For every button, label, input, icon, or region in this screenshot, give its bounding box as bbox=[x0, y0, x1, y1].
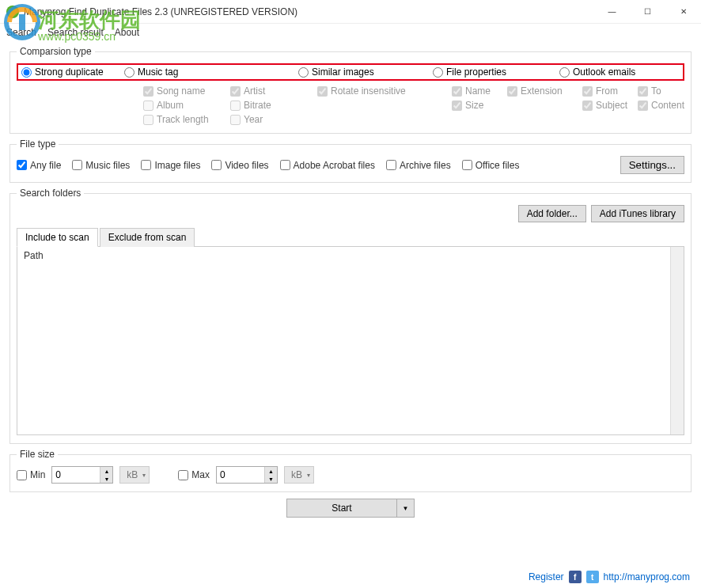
max-unit-select[interactable]: kB ▾ bbox=[284, 466, 314, 484]
max-value-input[interactable] bbox=[217, 468, 264, 482]
radio-outlook-emails-input[interactable] bbox=[559, 67, 570, 78]
chk-rotate-insensitive: Rotate insensitive bbox=[317, 85, 452, 97]
chk-name: Name bbox=[452, 85, 507, 97]
chk-artist: Artist bbox=[230, 85, 317, 97]
chk-subject: Subject bbox=[582, 100, 638, 111]
search-folders-group: Search folders Add folder... Add iTunes … bbox=[9, 188, 692, 444]
chk-to: To bbox=[638, 85, 684, 97]
chevron-down-icon: ▾ bbox=[307, 472, 310, 479]
titlebar: Manyprog Find Duplicate Files 2.3 (UNREG… bbox=[0, 0, 701, 24]
close-button[interactable]: ✕ bbox=[665, 0, 701, 24]
path-column-header: Path bbox=[17, 247, 684, 264]
chk-album: Album bbox=[143, 100, 230, 111]
filetype-legend: File type bbox=[17, 138, 59, 150]
chevron-down-icon: ▾ bbox=[142, 472, 146, 479]
chk-music-files[interactable]: Music files bbox=[72, 160, 130, 171]
add-folder-button[interactable]: Add folder... bbox=[518, 205, 586, 222]
min-spinner[interactable]: ▲▼ bbox=[51, 466, 113, 484]
chk-size: Size bbox=[452, 100, 507, 111]
facebook-icon[interactable]: f bbox=[569, 571, 582, 583]
chk-video-files[interactable]: Video files bbox=[211, 160, 268, 171]
folders-legend: Search folders bbox=[17, 188, 84, 199]
radio-similar-images[interactable]: Similar images bbox=[298, 66, 433, 78]
file-type-group: File type Any file Music files Image fil… bbox=[9, 138, 692, 183]
tab-exclude-from-scan[interactable]: Exclude from scan bbox=[100, 228, 195, 247]
minimize-button[interactable]: — bbox=[594, 0, 630, 24]
chk-song-name: Song name bbox=[143, 85, 230, 97]
start-button[interactable]: Start bbox=[286, 499, 397, 518]
max-up-icon[interactable]: ▲ bbox=[265, 467, 277, 475]
chk-image-files[interactable]: Image files bbox=[141, 160, 200, 171]
file-size-group: File size Min ▲▼ kB ▾ Max ▲▼ kB ▾ bbox=[9, 449, 692, 492]
chk-archive-files[interactable]: Archive files bbox=[386, 160, 451, 171]
min-value-input[interactable] bbox=[52, 468, 100, 482]
radio-file-properties[interactable]: File properties bbox=[433, 66, 559, 78]
vertical-scrollbar[interactable] bbox=[670, 247, 684, 434]
window-title: Manyprog Find Duplicate Files 2.3 (UNREG… bbox=[24, 6, 594, 17]
radio-file-properties-input[interactable] bbox=[433, 67, 443, 78]
comparison-type-group: Comparsion type Strong duplicate Music t… bbox=[9, 46, 692, 134]
chk-from: From bbox=[582, 85, 638, 97]
settings-button[interactable]: Settings... bbox=[620, 156, 684, 174]
chk-year: Year bbox=[230, 114, 317, 125]
path-list-panel: Path bbox=[17, 247, 684, 435]
website-link[interactable]: http://manyprog.com bbox=[604, 571, 690, 582]
chk-track-length: Track length bbox=[143, 114, 230, 125]
radio-outlook-emails[interactable]: Outlook emails bbox=[559, 66, 635, 78]
comparison-radio-row: Strong duplicate Music tag Similar image… bbox=[17, 63, 684, 81]
chk-content: Content bbox=[638, 100, 684, 111]
menu-about[interactable]: About bbox=[115, 27, 139, 38]
radio-strong-duplicate[interactable]: Strong duplicate bbox=[21, 66, 124, 78]
chk-office-files[interactable]: Office files bbox=[462, 160, 520, 171]
tab-include-to-scan[interactable]: Include to scan bbox=[17, 228, 98, 247]
menubar: Search Search result About bbox=[0, 24, 701, 41]
radio-music-tag-input[interactable] bbox=[124, 67, 135, 78]
footer: Register f t http://manyprog.com bbox=[529, 571, 690, 583]
max-down-icon[interactable]: ▼ bbox=[265, 475, 277, 483]
register-link[interactable]: Register bbox=[529, 571, 564, 582]
chk-adobe-files[interactable]: Adobe Acrobat files bbox=[280, 160, 375, 171]
add-itunes-button[interactable]: Add iTunes library bbox=[591, 205, 684, 222]
chk-extension: Extension bbox=[507, 85, 582, 97]
chk-min[interactable]: Min bbox=[17, 469, 45, 480]
radio-similar-images-input[interactable] bbox=[298, 67, 309, 78]
min-up-icon[interactable]: ▲ bbox=[100, 467, 112, 475]
comparison-legend: Comparsion type bbox=[17, 46, 95, 57]
menu-search-result[interactable]: Search result bbox=[47, 27, 104, 38]
menu-search[interactable]: Search bbox=[6, 27, 36, 38]
radio-strong-duplicate-input[interactable] bbox=[21, 67, 32, 78]
filesize-legend: File size bbox=[17, 449, 58, 460]
chk-any-file[interactable]: Any file bbox=[17, 160, 61, 171]
maximize-button[interactable]: ☐ bbox=[630, 0, 665, 24]
max-spinner[interactable]: ▲▼ bbox=[216, 466, 278, 484]
chk-bitrate: Bitrate bbox=[230, 100, 317, 111]
start-dropdown-button[interactable]: ▼ bbox=[397, 499, 415, 518]
twitter-icon[interactable]: t bbox=[586, 571, 599, 583]
chk-max[interactable]: Max bbox=[178, 469, 210, 480]
radio-music-tag[interactable]: Music tag bbox=[124, 66, 298, 78]
min-unit-select[interactable]: kB ▾ bbox=[119, 466, 150, 484]
app-icon bbox=[6, 6, 19, 18]
min-down-icon[interactable]: ▼ bbox=[100, 475, 112, 483]
